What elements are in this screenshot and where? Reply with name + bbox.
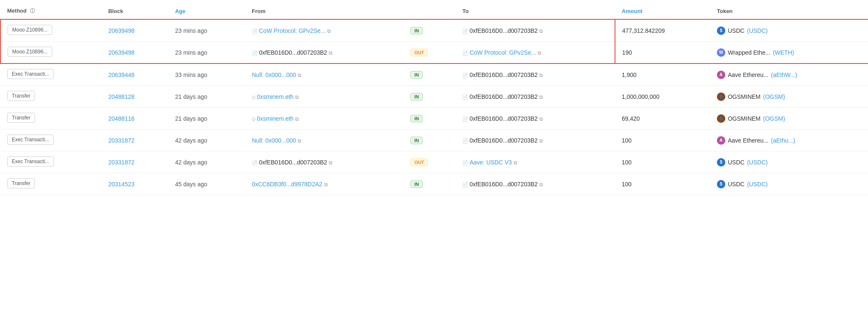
block-link[interactable]: 20639498 (108, 27, 134, 34)
copy-to-icon[interactable]: ⧉ (514, 160, 517, 166)
from-address-link[interactable]: 0xsminem.eth (257, 115, 293, 122)
amount-cell: 100 (615, 151, 710, 173)
token-symbol: (USDC) (747, 159, 768, 166)
age-text: 42 days ago (175, 137, 207, 144)
copy-from-icon[interactable]: ⧉ (327, 28, 331, 34)
method-badge[interactable]: Transfer (7, 113, 35, 123)
token-cell: $USDC (USDC) (710, 173, 868, 195)
from-address-link[interactable]: CoW Protocol: GPv2Se... (259, 27, 325, 34)
method-badge[interactable]: Mooo Z10896... (8, 25, 52, 35)
amount-cell: 1,900 (615, 63, 710, 86)
copy-to-icon[interactable]: ⧉ (539, 182, 543, 188)
direction-badge: IN (410, 27, 423, 34)
to-address-text: 0xfEB016D0...d007203B2 (469, 137, 538, 144)
method-cell: Mooo Z10896... (0, 19, 101, 42)
copy-to-icon[interactable]: ⧉ (539, 72, 543, 78)
block-link[interactable]: 20639498 (108, 49, 134, 56)
to-address-link[interactable]: Aave: USDC V3 (469, 159, 511, 166)
method-badge[interactable]: Transfer (7, 91, 35, 101)
age-text: 21 days ago (175, 115, 207, 122)
col-age: Age (168, 3, 245, 19)
block-link[interactable]: 20331872 (108, 159, 134, 166)
block-link[interactable]: 20314523 (108, 181, 134, 188)
block-link[interactable]: 20639448 (108, 71, 134, 78)
token-symbol: (USDC) (747, 27, 768, 34)
copy-from-icon[interactable]: ⧉ (324, 182, 328, 188)
method-badge[interactable]: Transfer (7, 178, 35, 188)
method-cell: Transfer (0, 86, 101, 108)
amount-cell: 1,000,000,000 (615, 86, 710, 108)
token-name: Wrapped Ethe... (728, 49, 770, 56)
to-address-link[interactable]: CoW Protocol: GPv2Se... (469, 49, 536, 56)
copy-to-icon[interactable]: ⧉ (539, 138, 543, 144)
table-row: Exec Transacti...2063944833 mins agoNull… (0, 63, 868, 86)
col-token: Token (710, 3, 868, 19)
method-badge[interactable]: Exec Transacti... (7, 135, 54, 145)
direction-badge: IN (410, 115, 423, 122)
table-row: Transfer2031452345 days ago0xCC6DB3f0...… (0, 173, 868, 195)
block-link[interactable]: 20488128 (108, 93, 134, 100)
copy-from-icon[interactable]: ⧉ (295, 94, 299, 100)
doc-icon: 📄 (462, 29, 468, 34)
direction-cell: OUT (404, 42, 455, 64)
from-address-link[interactable]: Null: 0x000...000 (252, 71, 296, 78)
doc-icon: 📄 (252, 29, 258, 34)
copy-to-icon[interactable]: ⧉ (539, 116, 543, 122)
doc-icon: 📄 (462, 95, 468, 100)
table-row: Transfer2048811621 days ago◇0xsminem.eth… (0, 108, 868, 130)
token-name: USDC (728, 27, 745, 34)
age-text: 45 days ago (175, 181, 207, 188)
token-icon: A (717, 71, 725, 79)
from-address-text: 0xfEB016D0...d007203B2 (259, 159, 327, 166)
amount-cell: 100 (615, 130, 710, 151)
direction-badge: IN (410, 137, 423, 144)
copy-to-icon[interactable]: ⧉ (539, 94, 543, 100)
method-badge[interactable]: Exec Transacti... (7, 69, 54, 79)
col-to: To (455, 3, 615, 19)
block-link[interactable]: 20331872 (108, 137, 134, 144)
amount-value: 100 (622, 181, 631, 188)
method-badge[interactable]: Exec Transacti... (7, 156, 54, 167)
age-cell: 45 days ago (168, 173, 245, 195)
age-cell: 33 mins ago (168, 63, 245, 86)
from-cell: ◇0xsminem.eth⧉ (245, 86, 404, 108)
from-address-link[interactable]: 0xsminem.eth (257, 93, 293, 100)
col-from: From (245, 3, 404, 19)
token-symbol: (USDC) (747, 181, 768, 188)
direction-badge: IN (410, 180, 423, 188)
info-icon[interactable]: ⓘ (30, 8, 35, 14)
block-cell: 20488128 (101, 86, 168, 108)
col-block: Block (101, 3, 168, 19)
amount-value: 100 (622, 137, 631, 144)
copy-from-icon[interactable]: ⧉ (298, 72, 301, 78)
copy-from-icon[interactable]: ⧉ (329, 160, 333, 166)
age-text: 42 days ago (175, 159, 207, 166)
from-address-link[interactable]: 0xCC6DB3f0...d9978D2A2 (252, 181, 322, 188)
to-address-text: 0xfEB016D0...d007203B2 (469, 115, 538, 122)
to-cell: 📄Aave: USDC V3⧉ (455, 151, 615, 173)
to-cell: 📄0xfEB016D0...d007203B2⧉ (455, 19, 615, 42)
age-cell: 23 mins ago (168, 19, 245, 42)
direction-cell: IN (404, 86, 455, 108)
method-badge[interactable]: Mooo Z10896... (8, 47, 52, 57)
copy-from-icon[interactable]: ⧉ (295, 116, 299, 122)
amount-value: 190 (622, 49, 632, 56)
method-cell: Exec Transacti... (0, 151, 101, 173)
from-address-link[interactable]: Null: 0x000...000 (252, 137, 296, 144)
token-symbol: (OGSM) (763, 115, 785, 122)
token-name: Aave Ethereu... (728, 137, 769, 144)
age-text: 23 mins ago (175, 49, 207, 56)
copy-from-icon[interactable]: ⧉ (298, 138, 301, 144)
doc-icon: 📄 (462, 160, 468, 165)
to-address-text: 0xfEB016D0...d007203B2 (469, 93, 538, 100)
copy-to-icon[interactable]: ⧉ (539, 28, 543, 34)
amount-cell: 69,420 (615, 108, 710, 130)
token-icon: $ (717, 158, 725, 167)
age-cell: 42 days ago (168, 130, 245, 151)
age-cell: 23 mins ago (168, 42, 245, 64)
copy-to-icon[interactable]: ⧉ (538, 50, 541, 56)
block-cell: 20314523 (101, 173, 168, 195)
copy-from-icon[interactable]: ⧉ (329, 50, 333, 56)
block-link[interactable]: 20488116 (108, 115, 134, 122)
age-cell: 21 days ago (168, 108, 245, 130)
